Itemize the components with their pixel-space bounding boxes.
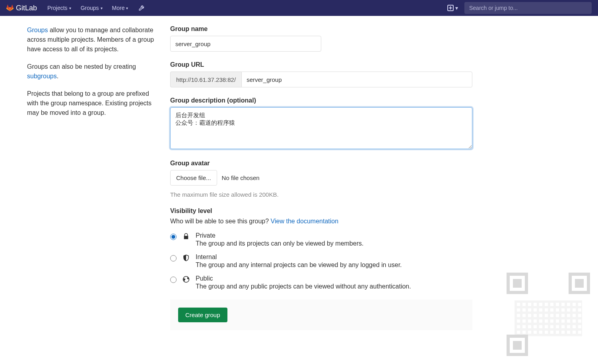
sidebar-para-1: Groups allow you to manage and collabora… bbox=[27, 25, 157, 54]
choose-file-button[interactable]: Choose file... bbox=[170, 170, 217, 186]
visibility-desc: The group and any public projects can be… bbox=[196, 283, 472, 290]
group-name-input[interactable] bbox=[170, 36, 321, 52]
chevron-down-icon: ▾ bbox=[126, 6, 128, 10]
plus-square-icon bbox=[447, 5, 454, 11]
globe-icon bbox=[182, 276, 190, 283]
chevron-down-icon: ▾ bbox=[101, 6, 103, 10]
top-navbar: GitLab Projects ▾ Groups ▾ More ▾ ▾ bbox=[0, 0, 598, 16]
search-input[interactable] bbox=[469, 5, 587, 11]
gitlab-logo-icon bbox=[6, 4, 14, 12]
groups-link[interactable]: Groups bbox=[27, 27, 48, 33]
visibility-desc: The group and its projects can only be v… bbox=[196, 240, 472, 247]
admin-wrench-icon[interactable] bbox=[138, 4, 146, 12]
nav-more[interactable]: More ▾ bbox=[108, 2, 132, 14]
visibility-title: Public bbox=[196, 275, 472, 282]
visibility-label: Visibility level bbox=[170, 207, 472, 215]
visibility-title: Private bbox=[196, 232, 472, 239]
group-desc-label: Group description (optional) bbox=[170, 97, 472, 104]
visibility-option-internal[interactable]: Internal The group and any internal proj… bbox=[170, 254, 472, 269]
global-search[interactable] bbox=[464, 2, 592, 14]
nav-projects[interactable]: Projects ▾ bbox=[43, 2, 75, 14]
brand[interactable]: GitLab bbox=[6, 4, 37, 12]
brand-text: GitLab bbox=[16, 4, 37, 12]
sidebar-para-2: Groups can also be nested by creating su… bbox=[27, 62, 157, 81]
visibility-radio-internal[interactable] bbox=[170, 255, 177, 261]
lock-icon bbox=[182, 233, 190, 240]
visibility-docs-link[interactable]: View the documentation bbox=[271, 218, 338, 225]
visibility-radio-public[interactable] bbox=[170, 277, 177, 283]
visibility-option-public[interactable]: Public The group and any public projects… bbox=[170, 275, 472, 290]
avatar-hint: The maximum file size allowed is 200KB. bbox=[170, 191, 472, 198]
shield-icon bbox=[182, 254, 190, 261]
group-desc-textarea[interactable] bbox=[170, 107, 472, 149]
nav-items: Projects ▾ Groups ▾ More ▾ bbox=[43, 2, 146, 14]
new-group-form: Group name Group URL http://10.61.37.238… bbox=[170, 25, 472, 330]
create-group-button[interactable]: Create group bbox=[178, 308, 227, 322]
nav-groups[interactable]: Groups ▾ bbox=[77, 2, 107, 14]
group-avatar-label: Group avatar bbox=[170, 160, 472, 167]
info-sidebar: Groups allow you to manage and collabora… bbox=[27, 25, 170, 330]
visibility-desc: The group and any internal projects can … bbox=[196, 261, 472, 269]
subgroups-link[interactable]: subgroups bbox=[27, 73, 57, 79]
new-dropdown[interactable]: ▾ bbox=[447, 5, 458, 11]
group-name-label: Group name bbox=[170, 25, 472, 33]
submit-bar: Create group bbox=[170, 300, 472, 330]
chevron-down-icon: ▾ bbox=[69, 6, 71, 10]
group-url-label: Group URL bbox=[170, 61, 472, 68]
sidebar-para-3: Projects that belong to a group are pref… bbox=[27, 89, 157, 118]
visibility-intro: Who will be able to see this group? View… bbox=[170, 218, 472, 225]
visibility-title: Internal bbox=[196, 254, 472, 261]
group-url-input[interactable] bbox=[241, 72, 472, 87]
visibility-option-private[interactable]: Private The group and its projects can o… bbox=[170, 232, 472, 247]
chevron-down-icon: ▾ bbox=[455, 5, 458, 11]
visibility-radio-private[interactable] bbox=[170, 234, 177, 240]
group-url-base: http://10.61.37.238:82/ bbox=[170, 72, 241, 87]
file-chosen-status: No file chosen bbox=[222, 174, 260, 181]
